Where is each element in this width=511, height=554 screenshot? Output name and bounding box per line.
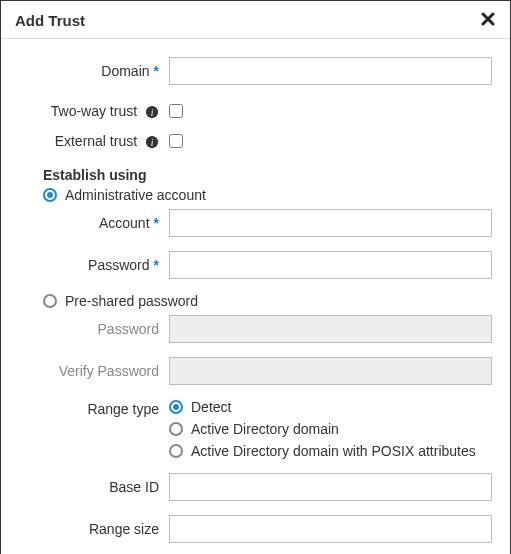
preshared-password-label: Password — [19, 321, 169, 337]
two-way-trust-checkbox[interactable] — [169, 104, 183, 118]
dialog-header: Add Trust — [1, 1, 510, 39]
radio-icon — [43, 188, 57, 202]
radio-icon — [169, 400, 183, 414]
info-icon[interactable]: i — [141, 103, 159, 119]
radio-label: Active Directory domain with POSIX attri… — [191, 443, 476, 459]
radio-icon — [169, 444, 183, 458]
admin-password-label: Password* — [19, 257, 169, 273]
base-id-input[interactable] — [169, 473, 492, 501]
radio-label: Detect — [191, 399, 231, 415]
preshared-password-input — [169, 315, 492, 343]
range-size-input[interactable] — [169, 515, 492, 543]
radio-label: Administrative account — [65, 187, 206, 203]
admin-password-input[interactable] — [169, 251, 492, 279]
two-way-trust-label: Two-way trust i — [19, 103, 169, 119]
range-type-options: Detect Active Directory domain Active Di… — [169, 399, 476, 459]
radio-administrative-account[interactable]: Administrative account — [19, 187, 492, 203]
establish-using-heading: Establish using — [19, 167, 492, 183]
external-trust-label: External trust i — [19, 133, 169, 149]
svg-text:i: i — [151, 107, 154, 118]
radio-label: Active Directory domain — [191, 421, 339, 437]
svg-text:i: i — [151, 137, 154, 148]
range-type-ad-domain[interactable]: Active Directory domain — [169, 421, 476, 437]
info-icon[interactable]: i — [141, 133, 159, 149]
radio-icon — [169, 422, 183, 436]
radio-label: Pre-shared password — [65, 293, 198, 309]
range-type-ad-posix[interactable]: Active Directory domain with POSIX attri… — [169, 443, 476, 459]
external-trust-checkbox[interactable] — [169, 134, 183, 148]
domain-label: Domain* — [19, 63, 169, 79]
account-input[interactable] — [169, 209, 492, 237]
account-label: Account* — [19, 215, 169, 231]
dialog-body: Domain* Two-way trust i External trust i — [1, 39, 510, 554]
range-type-label: Range type — [19, 399, 169, 417]
domain-input[interactable] — [169, 57, 492, 85]
radio-icon — [43, 294, 57, 308]
verify-password-label: Verify Password — [19, 363, 169, 379]
base-id-label: Base ID — [19, 479, 169, 495]
dialog-title: Add Trust — [15, 12, 85, 29]
verify-password-input — [169, 357, 492, 385]
range-type-detect[interactable]: Detect — [169, 399, 476, 415]
add-trust-dialog: Add Trust Domain* Two-way trust i — [0, 0, 511, 554]
close-icon[interactable] — [480, 11, 496, 30]
radio-preshared-password[interactable]: Pre-shared password — [19, 293, 492, 309]
range-size-label: Range size — [19, 521, 169, 537]
